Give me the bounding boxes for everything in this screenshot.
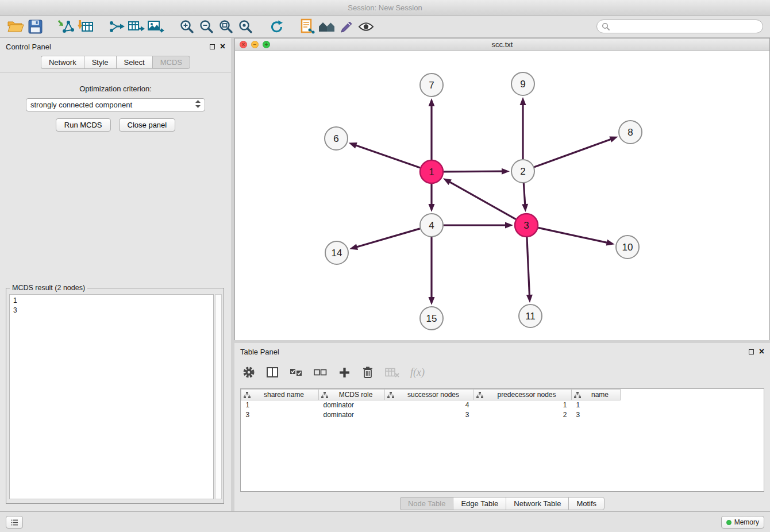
graph-node-2[interactable]: 2: [511, 160, 534, 183]
delete-column-button[interactable]: [361, 364, 374, 380]
table-panel-tabs: Node Table Edge Table Network Table Moti…: [234, 497, 770, 510]
graph-edge-3-1[interactable]: [449, 182, 515, 219]
task-history-button[interactable]: [6, 516, 23, 529]
optimization-criterion-dropdown[interactable]: strongly connected component: [26, 98, 205, 111]
column-header-successor-nodes[interactable]: successor nodes: [385, 390, 474, 400]
table-row[interactable]: 1dominator411: [241, 400, 621, 410]
tab-network-table[interactable]: Network Table: [506, 497, 568, 510]
close-control-panel-button[interactable]: ×: [220, 43, 225, 50]
mcds-result-scrollbar[interactable]: [215, 294, 222, 499]
memory-button-label: Memory: [734, 518, 759, 526]
graph-edge-arrow: [443, 178, 452, 185]
show-column-panel-button[interactable]: [266, 364, 279, 380]
float-panel-button[interactable]: [210, 43, 215, 51]
graph-edge-arrow: [606, 240, 615, 246]
table-cell[interactable]: dominator: [319, 410, 385, 420]
table-cell[interactable]: 1: [474, 400, 572, 410]
column-header-label: predecessor nodes: [497, 391, 556, 399]
apply-layout-button[interactable]: [267, 17, 286, 36]
export-image-button[interactable]: [146, 17, 165, 36]
network-canvas[interactable]: 7968124314101511: [235, 51, 769, 340]
search-input[interactable]: [613, 22, 758, 31]
open-file-button[interactable]: [6, 17, 25, 36]
table-cell[interactable]: 1: [572, 400, 621, 410]
save-session-button[interactable]: [25, 17, 45, 36]
gear-icon: [242, 366, 255, 379]
table-cell[interactable]: 4: [385, 400, 474, 410]
table-cell[interactable]: 3: [572, 410, 621, 420]
float-table-panel-button[interactable]: [749, 348, 754, 356]
tab-mcds[interactable]: MCDS: [152, 56, 190, 69]
table-cell[interactable]: 3: [241, 410, 319, 420]
maximize-window-button[interactable]: +: [263, 41, 270, 48]
houses-icon: [318, 20, 336, 33]
table-cell[interactable]: 2: [474, 410, 572, 420]
network-window-titlebar[interactable]: × − + scc.txt: [235, 38, 769, 51]
tab-edge-table[interactable]: Edge Table: [453, 497, 506, 510]
tab-motifs[interactable]: Motifs: [568, 497, 605, 510]
graph-edge-2-3[interactable]: [523, 183, 525, 205]
mcds-result-list[interactable]: 1 3: [9, 294, 214, 499]
export-network-button[interactable]: [107, 17, 126, 36]
graph-node-1[interactable]: 1: [420, 160, 443, 183]
table-cell[interactable]: 1: [241, 400, 319, 410]
zoom-out-button[interactable]: [197, 17, 216, 36]
export-table-button[interactable]: [126, 17, 146, 36]
table-cell[interactable]: 3: [385, 410, 474, 420]
show-graphics-details-button[interactable]: [356, 17, 376, 36]
tab-network[interactable]: Network: [41, 56, 84, 69]
graph-node-9[interactable]: 9: [511, 72, 534, 95]
delete-table-icon: [385, 367, 399, 378]
graph-edge-1-6[interactable]: [355, 145, 420, 168]
close-window-button[interactable]: ×: [240, 41, 247, 48]
column-header-shared-name[interactable]: shared name: [241, 390, 319, 400]
import-network-clipboard-button[interactable]: [298, 17, 317, 36]
graph-node-10[interactable]: 10: [616, 236, 639, 259]
create-column-button[interactable]: [338, 364, 351, 380]
import-table-file-button[interactable]: [76, 17, 95, 36]
graph-edge-4-14[interactable]: [356, 229, 420, 247]
graph-node-7[interactable]: 7: [420, 74, 443, 97]
refresh-arrows-icon: [269, 19, 284, 34]
tab-node-table[interactable]: Node Table: [400, 497, 453, 510]
eye-icon: [358, 21, 374, 32]
graph-node-3[interactable]: 3: [515, 214, 538, 237]
zoom-selected-button[interactable]: [236, 17, 255, 36]
graph-node-4[interactable]: 4: [420, 214, 443, 237]
table-row[interactable]: 3dominator323: [241, 410, 621, 420]
table-cell[interactable]: dominator: [319, 400, 385, 410]
first-neighbors-button[interactable]: [317, 17, 337, 36]
memory-button[interactable]: Memory: [721, 516, 764, 529]
search-box[interactable]: [596, 20, 763, 33]
graph-edge-arrow: [520, 97, 526, 105]
apply-style-button[interactable]: [337, 17, 356, 36]
graph-node-8[interactable]: 8: [619, 121, 642, 144]
import-network-file-button[interactable]: [56, 17, 76, 36]
graph-edge-2-8[interactable]: [534, 139, 611, 167]
graph-edge-arrow: [502, 168, 510, 175]
graph-node-label: 11: [525, 311, 536, 322]
graph-node-15[interactable]: 15: [420, 307, 443, 330]
graph-edge-3-10[interactable]: [538, 228, 608, 242]
graph-node-6[interactable]: 6: [325, 127, 348, 150]
minimize-window-button[interactable]: −: [251, 41, 259, 48]
close-table-panel-button[interactable]: ×: [759, 348, 764, 355]
deselect-all-button[interactable]: [314, 364, 327, 380]
graph-node-14[interactable]: 14: [325, 241, 348, 264]
close-panel-button[interactable]: Close panel: [119, 118, 176, 132]
zoom-in-button[interactable]: [177, 17, 197, 36]
tab-style[interactable]: Style: [84, 56, 116, 69]
select-all-button[interactable]: [290, 364, 303, 380]
graph-node-11[interactable]: 11: [519, 304, 542, 327]
column-header-predecessor-nodes[interactable]: predecessor nodes: [474, 390, 572, 400]
column-header-name[interactable]: name: [572, 390, 621, 400]
tab-select[interactable]: Select: [116, 56, 152, 69]
zoom-fit-content-button[interactable]: [216, 17, 236, 36]
run-mcds-button[interactable]: Run MCDS: [56, 118, 111, 132]
graph-edge-1-2[interactable]: [444, 171, 503, 172]
table-toolbar: f(x): [242, 361, 425, 383]
graph-edge-3-11[interactable]: [527, 237, 530, 296]
column-header-mcds-role[interactable]: MCDS role: [319, 390, 385, 400]
control-panel-tabs: Network Style Select MCDS: [0, 56, 231, 69]
table-settings-button[interactable]: [242, 364, 255, 380]
